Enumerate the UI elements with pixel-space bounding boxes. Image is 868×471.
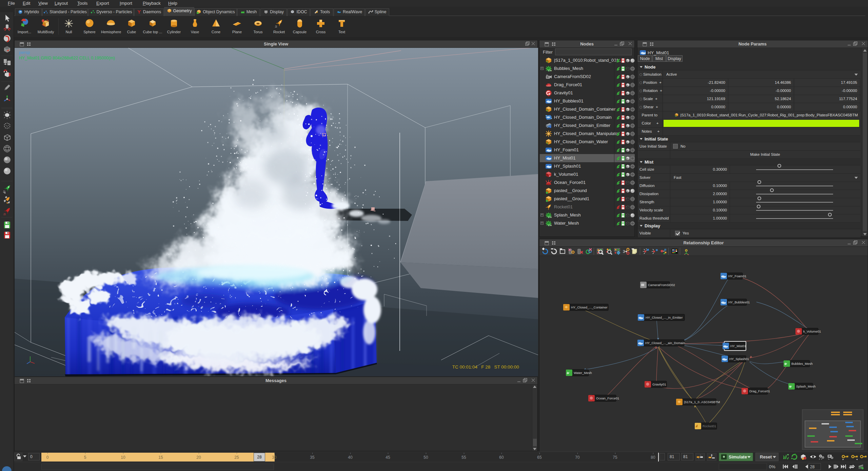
svg-text:K: K [549, 175, 551, 177]
svg-text:HY_Splash01: HY_Splash01 [729, 357, 749, 361]
svg-text:VDB: VDB [548, 224, 552, 226]
svg-text:HY_Closed_..._in_Emitter: HY_Closed_..._in_Emitter [646, 316, 683, 319]
svg-text:Bubbles_Mesh: Bubbles_Mesh [791, 362, 813, 365]
svg-text:3: 3 [623, 249, 625, 253]
svg-text:persp: persp [19, 50, 30, 55]
svg-text:k_Volume01: k_Volume01 [803, 329, 821, 333]
svg-text:|S17a_1_0..ASC045BTM: |S17a_1_0..ASC045BTM [684, 400, 720, 404]
svg-text:HY_Closed_..._ain_Domain: HY_Closed_..._ain_Domain [645, 341, 685, 345]
svg-text:TC 00:01:04 F 28 ST 00:00:: TC 00:01:04 F 28 ST 00:00:00 [452, 364, 519, 370]
svg-text:HY_Bubbles01: HY_Bubbles01 [728, 300, 750, 304]
svg-text:HY_Mist01: HY_Mist01 [730, 344, 746, 348]
svg-text:Water_Mesh: Water_Mesh [574, 371, 592, 375]
svg-text:Rocket01: Rocket01 [703, 424, 716, 428]
svg-text:VDB: VDB [548, 70, 552, 72]
svg-text:CameraFromSD02: CameraFromSD02 [648, 283, 675, 287]
svg-text:HY_Mist01 GRID 804x268x622 CEL: HY_Mist01 GRID 804x268x622 CELL 0.195000… [19, 56, 115, 60]
svg-text:HY_Foam01: HY_Foam01 [728, 274, 746, 278]
svg-text:Ocean_Force01: Ocean_Force01 [596, 396, 619, 400]
svg-text:VDB: VDB [548, 216, 552, 218]
svg-text:Drag_Force01: Drag_Force01 [749, 389, 770, 393]
svg-text:Splash_Mesh: Splash_Mesh [796, 384, 816, 388]
svg-text:Gravity01: Gravity01 [652, 382, 666, 386]
svg-text:HY_Closed_..._Container: HY_Closed_..._Container [571, 305, 608, 309]
